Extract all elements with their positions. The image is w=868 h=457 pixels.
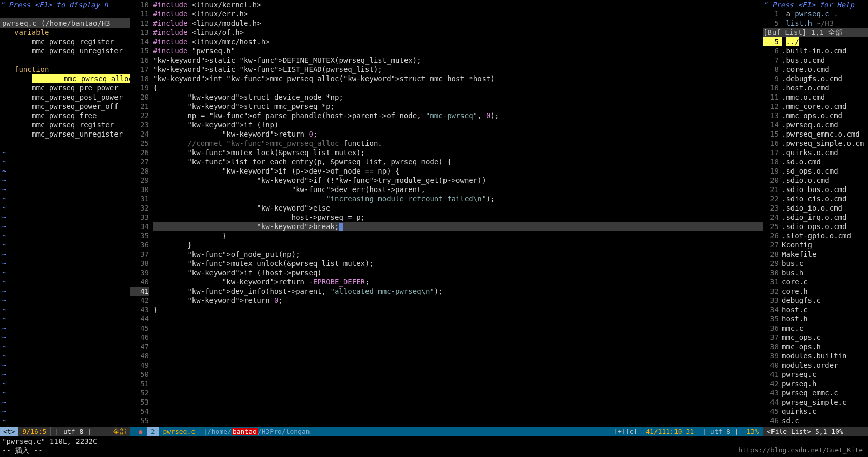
filelist-item[interactable]: 35host.h <box>763 314 868 323</box>
filelist-item[interactable]: 43pwrseq_emmc.c <box>763 388 868 397</box>
filelist-item[interactable]: 22.sdio_cis.o.cmd <box>763 194 868 203</box>
filelist-item[interactable]: 12.mmc_core.o.cmd <box>763 102 868 111</box>
filelist-help: " Press <F1> for Help <box>763 0 868 9</box>
code-line[interactable]: "kw-keyword">return 0; <box>153 129 763 139</box>
filelist-item[interactable]: 6.built-in.o.cmd <box>763 46 868 55</box>
tag-item[interactable]: mmc_pwrseq_post_power <box>0 92 130 102</box>
code-line[interactable]: "increasing module refcount failed\n"); <box>153 194 763 203</box>
code-line[interactable]: "kw-keyword">if (!"kw-func">try_module_g… <box>153 176 763 185</box>
code-line[interactable]: "kw-keyword">struct device_node *np; <box>153 92 763 102</box>
code-line[interactable]: "kw-keyword">return -EPROBE_DEFER; <box>153 277 763 287</box>
code-line[interactable]: //commet "kw-func">mmc_pwrseq_alloc func… <box>153 139 763 148</box>
code-area[interactable]: #include <linux/kernel.h>#include <linux… <box>153 0 763 427</box>
filelist-item[interactable]: 11.mmc.o.cmd <box>763 92 868 102</box>
empty-line-marker: ~ <box>0 287 130 296</box>
filelist-item[interactable]: 14.pwrseq.o.cmd <box>763 120 868 129</box>
tag-item[interactable]: mmc_pwrseq_free <box>0 111 130 120</box>
code-line[interactable]: "kw-keyword">if (p->dev->of_node == np) … <box>153 166 763 176</box>
filelist-item[interactable]: 19.sd_ops.o.cmd <box>763 166 868 176</box>
filelist-item[interactable]: 27Kconfig <box>763 240 868 250</box>
line-number: 41 <box>130 287 149 296</box>
filelist-item[interactable]: 23.sdio_io.o.cmd <box>763 203 868 213</box>
file-list-pane[interactable]: " Press <F1> for Help 1 a pwrseq.c .5 li… <box>763 0 868 427</box>
empty-line-marker: ~ <box>0 166 130 176</box>
tag-item[interactable]: mmc_pwrseq_unregister <box>0 46 130 55</box>
filelist-item[interactable]: 26.slot-gpio.o.cmd <box>763 231 868 240</box>
filelist-item[interactable]: 44pwrseq_simple.c <box>763 397 868 407</box>
code-line[interactable]: "kw-keyword">break; <box>153 222 763 231</box>
tag-section-function[interactable]: function <box>0 65 130 74</box>
code-editor-pane[interactable]: 1011121314151617181920212223242526272829… <box>130 0 763 427</box>
code-line[interactable]: "kw-keyword">return 0; <box>153 296 763 305</box>
code-line[interactable]: #include <linux/kernel.h> <box>153 0 763 9</box>
buffer-entry[interactable]: 1 a pwrseq.c . <box>763 9 868 18</box>
filelist-item[interactable]: 9.debugfs.o.cmd <box>763 74 868 83</box>
filelist-item[interactable]: 46sd.c <box>763 416 868 425</box>
code-line[interactable]: "kw-func">dev_err(host->parent, <box>153 185 763 194</box>
code-line[interactable]: "kw-func">mutex_lock(&pwrseq_list_mutex)… <box>153 148 763 157</box>
code-line[interactable]: "kw-keyword">static "kw-func">LIST_HEAD(… <box>153 65 763 74</box>
filelist-item[interactable]: 33debugfs.c <box>763 296 868 305</box>
filelist-item[interactable]: 18.sd.o.cmd <box>763 157 868 166</box>
line-number: 47 <box>130 342 149 351</box>
code-line[interactable]: host->pwrseq = p; <box>153 213 763 222</box>
code-line[interactable]: } <box>153 231 763 240</box>
filelist-item[interactable]: 13.mmc_ops.o.cmd <box>763 111 868 120</box>
tag-item[interactable]: mmc_pwrseq_register <box>0 37 130 46</box>
code-line[interactable]: { <box>153 83 763 92</box>
filelist-item[interactable]: 20.sdio.o.cmd <box>763 176 868 185</box>
filelist-item[interactable]: 39modules.builtin <box>763 351 868 360</box>
code-line[interactable]: "kw-keyword">struct mmc_pwrseq *p; <box>153 102 763 111</box>
taglist-pane[interactable]: " Press <F1> to display h pwrseq.c (/hom… <box>0 0 130 427</box>
code-line[interactable]: "kw-func">of_node_put(np); <box>153 250 763 259</box>
filelist-item[interactable]: 38mmc_ops.h <box>763 342 868 351</box>
filelist-item[interactable]: 37mmc_ops.c <box>763 333 868 342</box>
code-line[interactable]: } <box>153 240 763 250</box>
code-line[interactable]: #include "pwrseq.h" <box>153 46 763 55</box>
filelist-item[interactable]: 21.sdio_bus.o.cmd <box>763 185 868 194</box>
filelist-item[interactable]: 31core.c <box>763 277 868 287</box>
filelist-item[interactable]: 7.bus.o.cmd <box>763 55 868 65</box>
tag-item[interactable]: mmc_pwrseq_register <box>0 120 130 129</box>
code-line[interactable]: "kw-keyword">int "kw-func">mmc_pwrseq_al… <box>153 74 763 83</box>
filelist-item[interactable]: 8.core.o.cmd <box>763 65 868 74</box>
code-line[interactable]: np = "kw-func">of_parse_phandle(host->pa… <box>153 111 763 120</box>
filelist-item[interactable]: 36mmc.c <box>763 323 868 333</box>
code-line[interactable]: #include <linux/mmc/host.h> <box>153 37 763 46</box>
command-line-area[interactable]: "pwrseq.c" 110L, 2232C -- 插入 -- <box>0 436 868 455</box>
buffer-entry[interactable]: 5 list.h ~/H3 <box>763 18 868 28</box>
filelist-item[interactable]: 29bus.c <box>763 259 868 268</box>
tag-section-variable[interactable]: variable <box>0 28 130 37</box>
code-line[interactable]: } <box>153 305 763 314</box>
filelist-item[interactable]: 25.sdio_ops.o.cmd <box>763 222 868 231</box>
filelist-item[interactable]: 32core.h <box>763 287 868 296</box>
filelist-item[interactable]: 15.pwrseq_emmc.o.cmd <box>763 129 868 139</box>
tag-item[interactable]: mmc_pwrseq_pre_power_ <box>0 83 130 92</box>
code-line[interactable]: #include <linux/module.h> <box>153 18 763 28</box>
code-line[interactable]: "kw-keyword">if (!np) <box>153 120 763 129</box>
filelist-item[interactable]: 10.host.o.cmd <box>763 83 868 92</box>
code-line[interactable]: "kw-keyword">static "kw-func">DEFINE_MUT… <box>153 55 763 65</box>
filelist-item[interactable]: 45quirks.c <box>763 407 868 416</box>
code-line[interactable]: "kw-func">dev_info(host->parent, "alloca… <box>153 287 763 296</box>
filelist-item[interactable]: 34host.c <box>763 305 868 314</box>
filelist-parent-dir[interactable]: 5 ../ <box>763 37 868 46</box>
tag-item[interactable]: mmc_pwrseq_unregister <box>0 129 130 139</box>
code-line[interactable]: "kw-keyword">else <box>153 203 763 213</box>
filelist-item[interactable]: 42pwrseq.h <box>763 379 868 388</box>
code-line[interactable]: "kw-func">mutex_unlock(&pwrseq_list_mute… <box>153 259 763 268</box>
code-line[interactable]: #include <linux/of.h> <box>153 28 763 37</box>
filelist-item[interactable]: 41pwrseq.c <box>763 370 868 379</box>
code-line[interactable]: #include <linux/err.h> <box>153 9 763 18</box>
tag-item-selected[interactable]: mmc_pwrseq_alloc <box>32 74 133 83</box>
filelist-item[interactable]: 40modules.order <box>763 360 868 370</box>
filelist-item[interactable]: 17.quirks.o.cmd <box>763 148 868 157</box>
filelist-item[interactable]: 28Makefile <box>763 250 868 259</box>
empty-line-marker: ~ <box>0 360 130 370</box>
code-line[interactable]: "kw-keyword">if (!host->pwrseq) <box>153 268 763 277</box>
filelist-item[interactable]: 16.pwrseq_simple.o.cm <box>763 139 868 148</box>
filelist-item[interactable]: 24.sdio_irq.o.cmd <box>763 213 868 222</box>
filelist-item[interactable]: 30bus.h <box>763 268 868 277</box>
code-line[interactable]: "kw-func">list_for_each_entry(p, &pwrseq… <box>153 157 763 166</box>
tag-item[interactable]: mmc_pwrseq_power_off <box>0 102 130 111</box>
